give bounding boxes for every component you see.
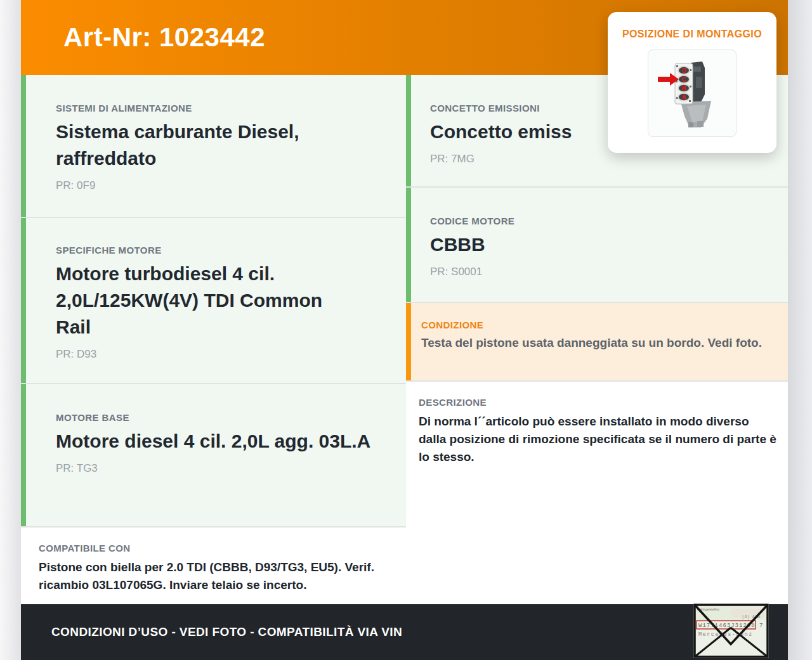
engine-position-diagram-icon: D C B A (654, 55, 730, 131)
card-title: Motore turbodiesel 4 cil. 2,0L/125KW(4V)… (56, 261, 354, 340)
right-column: CONCETTO EMISSIONI Concetto emiss PR: 7M… (406, 75, 788, 604)
card-compatible-with: COMPATIBILE CON Pistone con biella per 2… (21, 527, 406, 604)
description-text: Di norma l´´articolo può essere installa… (419, 413, 779, 466)
card-label: DESCRIZIONE (419, 397, 782, 408)
mounting-position-image-frame: D C B A (648, 49, 737, 137)
card-title: CBBB (430, 231, 775, 258)
page-left-gutter (0, 0, 21, 660)
card-label: SISTEMI DI ALIMENTAZIONE (56, 103, 393, 113)
card-base-engine: MOTORE BASE Motore diesel 4 cil. 2,0L ag… (21, 384, 406, 526)
card-engine-code: CODICE MOTORE CBBB PR: S0001 (406, 188, 788, 302)
mounting-position-title: POSIZIONE DI MONTAGGIO (608, 29, 776, 40)
condition-text: Testa del pistone usata danneggiata su u… (421, 334, 782, 352)
article-number-title: Art-Nr: 1023442 (63, 22, 265, 53)
cylinder-label-d: D (681, 67, 686, 74)
cylinder-label-b: B (681, 85, 686, 92)
card-label: COMPATIBILE CON (39, 543, 396, 553)
pr-code: PR: TG3 (56, 462, 393, 475)
card-title: Sistema carburante Diesel, raffreddato (56, 119, 379, 172)
mounting-position-card: POSIZIONE DI MONTAGGIO D C B (608, 12, 776, 153)
cylinder-label-c: C (681, 76, 686, 83)
card-description: DESCRIZIONE Di norma l´´articolo può ess… (406, 382, 788, 604)
page-right-gutter (788, 0, 812, 660)
card-label: SPECIFICHE MOTORE (56, 245, 393, 256)
vin-document-envelope-icon: Fahrgestellnr. |4| AiA W1771463J31298 7 … (693, 604, 769, 658)
pr-code: PR: 0F9 (56, 179, 393, 192)
card-engine-specs: SPECIFICHE MOTORE Motore turbodiesel 4 c… (21, 218, 406, 383)
left-column: SISTEMI DI ALIMENTAZIONE Sistema carbura… (21, 75, 406, 604)
card-title: Motore diesel 4 cil. 2,0L agg. 03L.A (56, 428, 392, 455)
card-fuel-system: SISTEMI DI ALIMENTAZIONE Sistema carbura… (21, 75, 406, 217)
card-condition: CONDIZIONE Testa del pistone usata danne… (406, 303, 788, 380)
footer-text: CONDIZIONI D’USO - VEDI FOTO - COMPATIBI… (51, 625, 402, 639)
card-label: MOTORE BASE (56, 412, 393, 423)
card-label: CONDIZIONE (421, 320, 782, 330)
footer-bar: CONDIZIONI D’USO - VEDI FOTO - COMPATIBI… (21, 604, 788, 660)
card-label: CODICE MOTORE (430, 216, 775, 226)
pr-code: PR: D93 (56, 348, 393, 361)
pr-code: PR: 7MG (430, 153, 788, 165)
pr-code: PR: S0001 (430, 266, 775, 278)
compatibility-text: Pistone con biella per 2.0 TDI (CBBB, D9… (39, 559, 384, 594)
main-content: SISTEMI DI ALIMENTAZIONE Sistema carbura… (21, 75, 788, 604)
cylinder-label-a: A (681, 94, 686, 101)
